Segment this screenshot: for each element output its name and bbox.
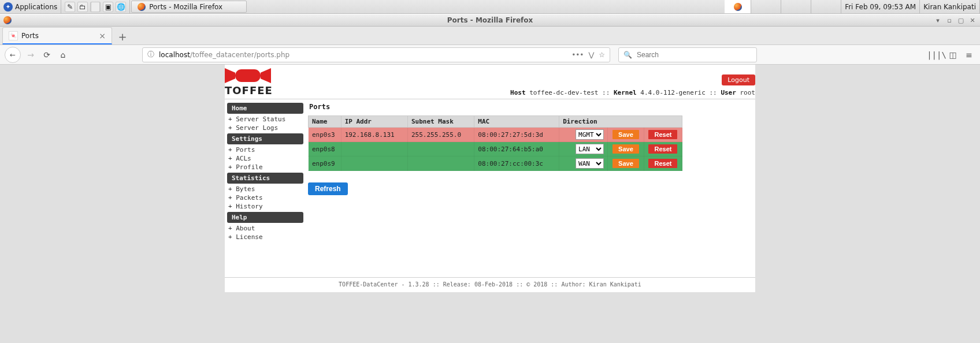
editor-icon[interactable]: ✎ xyxy=(65,2,75,12)
direction-select[interactable]: MGMTLANWAN xyxy=(576,158,604,169)
files-icon[interactable]: 🗀 xyxy=(77,2,88,12)
cell-ip: 192.168.8.131 xyxy=(341,128,407,142)
window-titlebar: Ports - Mozilla Firefox ▾ ▫ ▢ ✕ xyxy=(0,14,980,27)
forward-button[interactable]: → xyxy=(24,49,37,61)
direction-select[interactable]: MGMTLANWAN xyxy=(576,144,604,154)
firefox-icon xyxy=(734,3,742,11)
user-label: User xyxy=(721,89,736,96)
main-content: Ports Name IP Addr Subnet Mask MAC Direc… xyxy=(306,99,755,277)
firefox-icon xyxy=(138,3,146,11)
sidebar-item[interactable]: + Server Logs xyxy=(227,124,303,132)
applications-label: Applications xyxy=(15,3,57,11)
library-icon[interactable]: |||\ xyxy=(930,49,943,61)
sidebar-item[interactable]: + Bytes xyxy=(227,185,303,193)
page-heading: Ports xyxy=(309,103,753,111)
save-button[interactable]: Save xyxy=(612,144,639,154)
viewport: TOFFEE Logout Host toffee-dc-dev-test ::… xyxy=(0,65,980,343)
user-value: root xyxy=(740,89,756,96)
cell-ip xyxy=(341,156,407,171)
cell-mac: 08:00:27:27:5d:3d xyxy=(474,128,559,142)
cell-mask: 255.255.255.0 xyxy=(407,128,474,142)
tab-favicon: 🍬 xyxy=(9,31,18,40)
table-row: enp0s908:00:27:cc:00:3cMGMTLANWANSaveRes… xyxy=(309,156,682,171)
search-bar[interactable]: 🔍 xyxy=(618,47,757,62)
save-button[interactable]: Save xyxy=(612,159,639,168)
taskbar-button-firefox[interactable]: Ports - Mozilla Firefox xyxy=(131,1,247,13)
sidebar-heading[interactable]: Home xyxy=(227,103,303,114)
col-mac: MAC xyxy=(474,116,559,128)
browser-icon[interactable]: 🌐 xyxy=(116,2,126,12)
site-info-icon[interactable]: ⓘ xyxy=(147,50,154,59)
quicklaunch: ✎ 🗀 ▣ 🌐 xyxy=(61,0,130,13)
sidebar-item[interactable]: + Ports xyxy=(227,146,303,154)
logo: TOFFEE xyxy=(225,68,274,96)
cell-name: enp0s3 xyxy=(309,128,341,142)
host-label: Host xyxy=(510,89,526,96)
reset-button[interactable]: Reset xyxy=(648,144,677,154)
window-minimize-icon[interactable]: ▾ xyxy=(933,16,943,25)
firefox-icon xyxy=(3,16,12,24)
col-name: Name xyxy=(309,116,341,128)
taskbar-button-label: Ports - Mozilla Firefox xyxy=(149,3,222,11)
save-button[interactable]: Save xyxy=(612,130,639,139)
panel-user[interactable]: Kiran Kankipati xyxy=(920,0,980,13)
sidebar-item[interactable]: + History xyxy=(227,202,303,211)
panel-user-label: Kiran Kankipati xyxy=(923,3,976,11)
tab-title: Ports xyxy=(21,32,39,40)
logout-button[interactable]: Logout xyxy=(722,74,755,85)
terminal-icon[interactable]: ▣ xyxy=(103,2,113,12)
reload-button[interactable]: ⟳ xyxy=(40,49,53,61)
applications-menu[interactable]: ✦ Applications xyxy=(0,0,61,13)
host-value: toffee-dc-dev-test xyxy=(529,89,598,96)
app-menu-icon[interactable]: ≡ xyxy=(963,49,975,61)
cell-mac: 08:00:27:64:b5:a0 xyxy=(474,142,559,156)
window-maximize-icon[interactable]: ▢ xyxy=(956,16,966,25)
sidebar-heading[interactable]: Help xyxy=(227,212,303,223)
panel-clock[interactable]: Fri Feb 09, 09:53 AM xyxy=(841,0,920,13)
panel-blank-3 xyxy=(811,0,841,13)
sidebar-item[interactable]: + License xyxy=(227,233,303,241)
nav-toolbar: ← → ⟳ ⌂ ⓘ localhost/toffee_datacenter/po… xyxy=(0,45,980,65)
firefox-icon[interactable] xyxy=(90,2,101,12)
home-button[interactable]: ⌂ xyxy=(57,49,69,61)
sidebar-item[interactable]: + ACLs xyxy=(227,154,303,163)
sidebar-toggle-icon[interactable]: ◫ xyxy=(946,49,959,61)
sidebar: Home+ Server Status+ Server LogsSettings… xyxy=(225,99,306,277)
tab-close-icon[interactable]: × xyxy=(99,31,106,40)
sidebar-item[interactable]: + Server Status xyxy=(227,115,303,124)
window-restore-icon[interactable]: ▫ xyxy=(944,16,955,25)
refresh-button[interactable]: Refresh xyxy=(308,182,348,195)
kernel-value: 4.4.0-112-generic xyxy=(640,89,706,96)
cell-ip xyxy=(341,142,407,156)
sidebar-heading[interactable]: Statistics xyxy=(227,173,303,184)
table-header-row: Name IP Addr Subnet Mask MAC Direction xyxy=(309,116,682,128)
cell-mac: 08:00:27:cc:00:3c xyxy=(474,156,559,171)
tab-strip: 🍬 Ports × + xyxy=(0,27,980,45)
xfce-icon: ✦ xyxy=(3,2,13,12)
clock-text: Fri Feb 09, 09:53 AM xyxy=(845,3,916,11)
more-icon[interactable]: ••• xyxy=(571,51,584,59)
search-icon: 🔍 xyxy=(623,51,632,59)
sidebar-item[interactable]: + Packets xyxy=(227,193,303,202)
tab-ports[interactable]: 🍬 Ports × xyxy=(2,27,112,44)
kernel-label: Kernel xyxy=(614,89,637,96)
cell-name: enp0s8 xyxy=(309,142,341,156)
direction-select[interactable]: MGMTLANWAN xyxy=(576,129,604,140)
cell-mask xyxy=(407,156,474,171)
sidebar-item[interactable]: + About xyxy=(227,224,303,233)
window-close-icon[interactable]: ✕ xyxy=(967,16,978,25)
reset-button[interactable]: Reset xyxy=(648,159,677,168)
table-row: enp0s808:00:27:64:b5:a0MGMTLANWANSaveRes… xyxy=(309,142,682,156)
pocket-icon[interactable]: ⋁ xyxy=(588,51,594,59)
back-button[interactable]: ← xyxy=(5,47,21,63)
url-bar[interactable]: ⓘ localhost/toffee_datacenter/ports.php … xyxy=(142,47,610,62)
sidebar-heading[interactable]: Settings xyxy=(227,133,303,144)
search-input[interactable] xyxy=(636,50,752,59)
reset-button[interactable]: Reset xyxy=(648,130,677,139)
sidebar-item[interactable]: + Profile xyxy=(227,163,303,172)
new-tab-button[interactable]: + xyxy=(114,28,131,44)
page: TOFFEE Logout Host toffee-dc-dev-test ::… xyxy=(225,65,755,292)
panel-firefox-indicator[interactable] xyxy=(725,0,751,13)
bookmark-star-icon[interactable]: ☆ xyxy=(599,51,605,59)
footer: TOFFEE-DataCenter - 1.3.28 :: Release: 0… xyxy=(225,278,755,292)
